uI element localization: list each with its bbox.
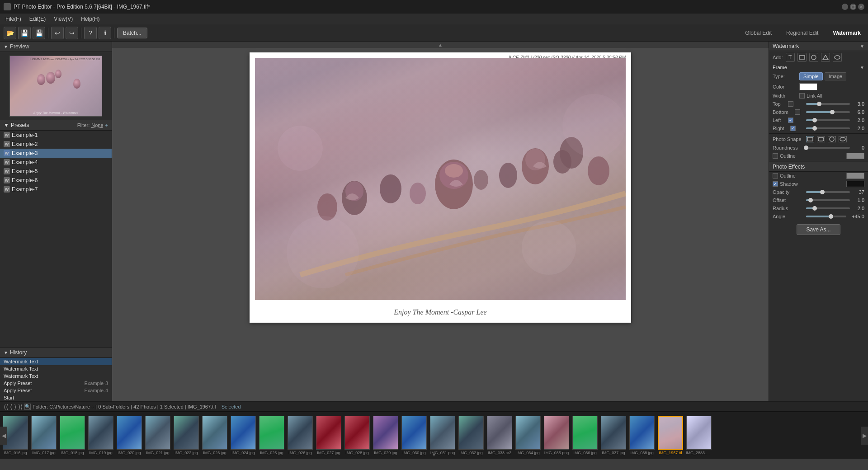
save-as-toolbar-button[interactable]: 💾 xyxy=(33,27,45,39)
preset-item-7[interactable]: W Example-7 xyxy=(0,185,112,194)
filmstrip-item-19[interactable]: IMG_035.png xyxy=(543,415,570,456)
save-as-button[interactable]: Save As... xyxy=(797,224,840,235)
history-item-6[interactable]: Start xyxy=(0,394,112,401)
filmstrip-item-17[interactable]: IMG_033.cr2 xyxy=(486,415,513,456)
menu-file[interactable]: File(F) xyxy=(2,15,25,23)
watermark-panel-expand[interactable]: ▼ xyxy=(860,44,864,49)
filmstrip-item-24[interactable]: IMG_2883.CR2 xyxy=(685,415,712,456)
menu-view[interactable]: View(V) xyxy=(50,15,76,23)
tab-regional-edit[interactable]: Regional Edit xyxy=(783,29,822,37)
history-item-2[interactable]: Watermark Text xyxy=(0,365,112,372)
filmstrip-item-2[interactable]: IMG_018.jpg xyxy=(59,415,86,456)
preview-header[interactable]: ▼ Preview xyxy=(0,42,112,52)
history-item-3[interactable]: Watermark Text xyxy=(0,372,112,380)
filmstrip-item-12[interactable]: IMG_028.jpg xyxy=(344,415,371,456)
filmstrip-left-arrow[interactable]: ◀ xyxy=(0,427,7,445)
top-slider-thumb[interactable] xyxy=(817,102,821,106)
filmstrip-bottom-arrow[interactable]: ▼ xyxy=(432,451,436,458)
bottom-slider-track[interactable] xyxy=(806,111,850,113)
history-item-1[interactable]: Watermark Text xyxy=(0,358,112,365)
filmstrip-item-8[interactable]: IMG_024.jpg xyxy=(230,415,257,456)
filmstrip-item-4[interactable]: IMG_020.jpg xyxy=(116,415,143,456)
filmstrip-right-arrow[interactable]: ▶ xyxy=(861,427,868,445)
search-button[interactable]: 🔍 xyxy=(24,404,31,410)
tab-global-edit[interactable]: Global Edit xyxy=(741,29,775,37)
bottom-slider-thumb[interactable] xyxy=(830,110,835,114)
outline-swatch[interactable] xyxy=(846,153,864,159)
top-slider-track[interactable] xyxy=(806,103,850,105)
nav-prev[interactable]: ⟨ xyxy=(10,403,12,410)
bottom-checkbox[interactable] xyxy=(795,109,800,115)
offset-slider-track[interactable] xyxy=(806,199,850,201)
tab-watermark[interactable]: Watermark xyxy=(829,29,864,37)
add-circle-button[interactable] xyxy=(809,53,818,62)
shape-round-button[interactable] xyxy=(817,136,825,142)
shape-rect-button[interactable] xyxy=(806,136,814,142)
menu-help[interactable]: Help(H) xyxy=(77,15,103,23)
history-item-5[interactable]: Apply Preset Example-4 xyxy=(0,387,112,394)
menu-edit[interactable]: Edit(E) xyxy=(26,15,50,23)
nav-next[interactable]: ⟩ xyxy=(14,403,16,410)
add-text-button[interactable]: T xyxy=(786,53,795,62)
preset-item-6[interactable]: W Example-6 xyxy=(0,176,112,185)
outline-checkbox[interactable] xyxy=(773,153,778,159)
filmstrip-item-5[interactable]: IMG_021.jpg xyxy=(144,415,171,456)
restore-button[interactable]: ❐ xyxy=(850,4,856,10)
opacity-slider-thumb[interactable] xyxy=(820,190,825,194)
effects-outline-swatch[interactable] xyxy=(846,173,864,179)
type-image-button[interactable]: Image xyxy=(825,72,847,80)
filmstrip-item-9[interactable]: IMG_025.jpg xyxy=(258,415,285,456)
left-checkbox[interactable]: ✓ xyxy=(788,118,793,123)
filmstrip-item-3[interactable]: IMG_019.jpg xyxy=(87,415,114,456)
type-simple-button[interactable]: Simple xyxy=(799,72,823,80)
color-swatch[interactable] xyxy=(799,83,817,90)
radius-slider-track[interactable] xyxy=(806,207,850,209)
effects-outline-checkbox[interactable] xyxy=(773,173,778,179)
info-button[interactable]: ℹ xyxy=(99,27,111,39)
canvas-top-arrow[interactable]: ▲ xyxy=(112,42,769,48)
shadow-swatch[interactable] xyxy=(846,181,864,187)
right-slider-track[interactable] xyxy=(806,127,850,129)
filmstrip-item-21[interactable]: IMG_037.jpg xyxy=(600,415,627,456)
preset-item-4[interactable]: W Example-4 xyxy=(0,158,112,167)
opacity-slider-track[interactable] xyxy=(806,191,850,193)
filmstrip-item-1[interactable]: IMG_017.jpg xyxy=(30,415,57,456)
close-button[interactable]: ✕ xyxy=(858,4,864,10)
roundness-slider-track[interactable] xyxy=(806,147,850,149)
save-button[interactable]: 💾 xyxy=(18,27,31,39)
help-button[interactable]: ? xyxy=(84,27,97,39)
presets-toggle[interactable]: ▼ Presets xyxy=(4,122,29,128)
filmstrip-item-20[interactable]: IMG_036.jpg xyxy=(571,415,599,456)
add-preset-button[interactable]: + xyxy=(105,122,108,128)
history-item-4[interactable]: Apply Preset Example-3 xyxy=(0,380,112,387)
left-slider-thumb[interactable] xyxy=(812,118,817,122)
frame-expand[interactable]: ▼ xyxy=(860,65,864,70)
undo-button[interactable]: ↩ xyxy=(51,27,64,39)
preset-item-1[interactable]: W Example-1 xyxy=(0,131,112,140)
filmstrip-item-13[interactable]: IMG_029.jpg xyxy=(372,415,399,456)
roundness-slider-thumb[interactable] xyxy=(804,146,808,150)
shape-ellipse-button[interactable] xyxy=(839,136,847,142)
right-slider-thumb[interactable] xyxy=(812,126,817,131)
preset-item-3[interactable]: W Example-3 xyxy=(0,149,112,158)
preset-item-5[interactable]: W Example-5 xyxy=(0,167,112,176)
radius-slider-thumb[interactable] xyxy=(812,206,817,211)
filmstrip-item-6[interactable]: IMG_022.jpg xyxy=(173,415,200,456)
offset-slider-thumb[interactable] xyxy=(808,198,813,202)
filmstrip-item-11[interactable]: IMG_027.jpg xyxy=(315,415,342,456)
history-header[interactable]: ▼ History xyxy=(0,348,112,358)
add-triangle-button[interactable] xyxy=(821,53,830,62)
redo-button[interactable]: ↪ xyxy=(66,27,78,39)
filmstrip-item-10[interactable]: IMG_026.jpg xyxy=(287,415,314,456)
angle-slider-track[interactable] xyxy=(806,216,846,217)
add-ellipse-button[interactable] xyxy=(833,53,842,62)
right-checkbox[interactable]: ✓ xyxy=(790,126,796,131)
shadow-checkbox[interactable]: ✓ xyxy=(773,181,778,187)
link-all-checkbox[interactable] xyxy=(799,93,805,99)
nav-prev-prev[interactable]: ⟨⟨ xyxy=(4,403,8,410)
nav-next-next[interactable]: ⟩⟩ xyxy=(18,403,23,410)
filter-value[interactable]: None xyxy=(91,122,103,128)
minimize-button[interactable]: − xyxy=(842,4,848,10)
open-button[interactable]: 📂 xyxy=(4,27,16,39)
angle-slider-thumb[interactable] xyxy=(829,214,833,219)
